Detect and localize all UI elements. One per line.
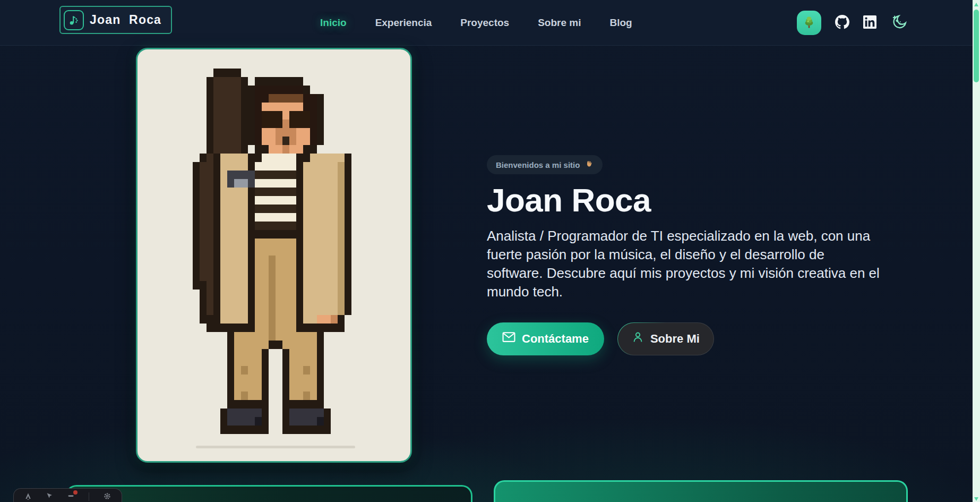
toolbar-divider: [89, 492, 89, 501]
scrollbar-down-arrow-icon[interactable]: [974, 497, 978, 501]
hero-buttons: Contáctame Sobre Mi: [487, 322, 882, 355]
nav-item-sobre-mi[interactable]: Sobre mi: [538, 17, 581, 29]
inspect-icon[interactable]: [46, 492, 53, 499]
linkedin-icon: [863, 15, 876, 30]
envelope-icon: [502, 331, 515, 346]
person-icon: [632, 331, 644, 346]
waving-hand-icon: [584, 159, 594, 170]
main-nav: Inicio Experiencia Proyectos Sobre mi Bl…: [320, 0, 632, 46]
theme-toggle-button[interactable]: [890, 13, 908, 32]
github-link[interactable]: [835, 15, 849, 31]
settings-icon[interactable]: [104, 492, 111, 500]
nav-item-experiencia[interactable]: Experiencia: [375, 17, 432, 29]
notification-dot: [73, 490, 78, 495]
logo-text: Joan Roca: [90, 13, 161, 27]
music-note-icon: [64, 10, 84, 30]
pixel-art-avatar: [151, 60, 400, 451]
github-icon: [835, 15, 849, 31]
linktree-button[interactable]: [797, 11, 821, 35]
about-button[interactable]: Sobre Mi: [617, 322, 714, 355]
welcome-badge-text: Bienvenidos a mi sitio: [496, 160, 580, 169]
nav-item-proyectos[interactable]: Proyectos: [460, 17, 509, 29]
audit-icon[interactable]: [67, 492, 75, 499]
scrollbar-up-arrow-icon[interactable]: [974, 3, 978, 6]
nav-item-blog[interactable]: Blog: [609, 17, 632, 29]
site-header: Joan Roca Inicio Experiencia Proyectos S…: [0, 0, 980, 46]
moon-stars-icon: [890, 13, 908, 32]
avatar-card: [136, 48, 412, 463]
header-actions: [797, 0, 908, 46]
welcome-badge: Bienvenidos a mi sitio: [487, 155, 603, 174]
portfolio-page: Joan Roca Inicio Experiencia Proyectos S…: [0, 0, 980, 502]
linkedin-link[interactable]: [863, 15, 876, 30]
scrollbar-track[interactable]: [973, 0, 980, 502]
hero-content: Bienvenidos a mi sitio Joan Roca Analist…: [487, 155, 882, 355]
astro-logo-icon[interactable]: [24, 492, 32, 500]
contact-button-label: Contáctame: [522, 332, 589, 346]
dev-toolbar: [13, 488, 122, 502]
tree-avatar-icon: [801, 14, 817, 32]
hero-description: Analista / Programador de TI especializa…: [487, 227, 880, 301]
hero-title: Joan Roca: [487, 182, 882, 219]
contact-button[interactable]: Contáctame: [487, 322, 604, 355]
logo[interactable]: Joan Roca: [59, 6, 172, 34]
nav-item-inicio[interactable]: Inicio: [320, 17, 347, 29]
scrollbar-thumb[interactable]: [974, 10, 979, 82]
ground-shadow: [196, 446, 355, 448]
about-button-label: Sobre Mi: [650, 332, 700, 346]
bottom-card-right: [494, 480, 908, 502]
bottom-card-left: [66, 485, 472, 502]
